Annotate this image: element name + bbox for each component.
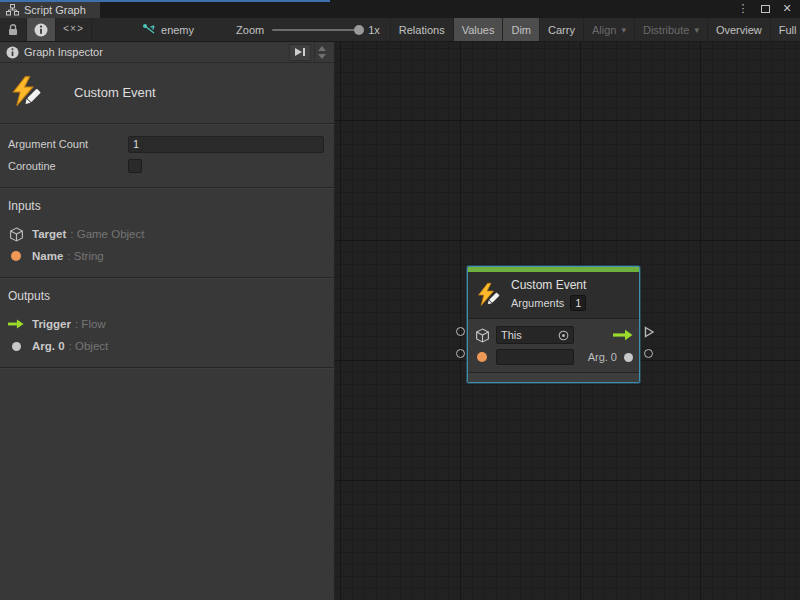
- inspected-node-title: Custom Event: [74, 85, 156, 100]
- properties-section: Argument Count 1 Coroutine: [0, 125, 334, 187]
- object-port-icon: [8, 342, 24, 351]
- lock-button[interactable]: [0, 18, 27, 41]
- argument-count-row: Argument Count 1: [8, 133, 324, 155]
- inputs-section: Inputs Target : Game Object Name : Strin…: [0, 189, 334, 277]
- graph-canvas[interactable]: Custom Event Arguments 1: [335, 42, 800, 600]
- zoom-control: Zoom 1x: [226, 18, 390, 41]
- port-type: : Game Object: [70, 228, 144, 240]
- port-name: Name: [32, 250, 63, 262]
- event-name-input[interactable]: [496, 349, 574, 365]
- external-input-port[interactable]: [456, 327, 465, 336]
- custom-event-node[interactable]: Custom Event Arguments 1: [468, 267, 639, 382]
- argument-count-label: Argument Count: [8, 138, 128, 150]
- tab-title: Script Graph: [24, 4, 86, 16]
- close-icon[interactable]: ✕: [778, 1, 796, 16]
- target-port-row: This: [474, 324, 633, 346]
- output-item-trigger: Trigger : Flow: [8, 313, 324, 335]
- arguments-label: Arguments: [511, 297, 564, 309]
- outputs-section: Outputs Trigger : Flow Arg. 0 : Object: [0, 279, 334, 367]
- inspected-node-header: Custom Event: [0, 63, 334, 123]
- menu-icon[interactable]: ⋮: [734, 1, 752, 16]
- cube-icon: [474, 328, 490, 343]
- overview-button[interactable]: Overview: [708, 18, 771, 41]
- external-flow-port[interactable]: [643, 326, 655, 338]
- outputs-header: Outputs: [8, 289, 324, 303]
- align-button[interactable]: Align ▾: [584, 18, 635, 41]
- coroutine-checkbox[interactable]: [128, 159, 142, 173]
- arg0-port-icon[interactable]: [624, 353, 633, 362]
- align-label: Align: [592, 24, 616, 36]
- graph-toolbar: <×> enemy Zoom 1x Relations Values Dim C…: [0, 18, 800, 42]
- port-type: : Object: [69, 340, 109, 352]
- node-title: Custom Event: [511, 278, 586, 292]
- external-input-port[interactable]: [456, 349, 465, 358]
- graph-hierarchy-icon: [6, 4, 19, 16]
- distribute-label: Distribute: [643, 24, 689, 36]
- inspector-header: Graph Inspector: [0, 42, 334, 63]
- lock-icon: [7, 23, 19, 36]
- chevron-down-icon: ▾: [621, 25, 626, 35]
- dock-panel-button[interactable]: [289, 44, 311, 61]
- breadcrumb[interactable]: enemy: [132, 18, 204, 41]
- zoom-label: Zoom: [236, 24, 264, 36]
- distribute-button[interactable]: Distribute ▾: [635, 18, 708, 41]
- custom-event-icon: [10, 75, 44, 109]
- arg0-label: Arg. 0: [588, 351, 617, 363]
- node-footer: [468, 372, 639, 382]
- dock-right-icon: [294, 47, 306, 57]
- target-object-picker[interactable]: This: [496, 326, 574, 344]
- argument-count-input[interactable]: 1: [128, 136, 324, 153]
- dim-button[interactable]: Dim: [503, 18, 540, 41]
- breadcrumb-label: enemy: [161, 24, 194, 36]
- inputs-header: Inputs: [8, 199, 324, 213]
- port-name: Arg. 0: [32, 340, 65, 352]
- arguments-count-field[interactable]: 1: [570, 295, 586, 311]
- chevron-down-icon: ▾: [694, 25, 699, 35]
- port-name: Target: [32, 228, 66, 240]
- custom-event-icon: [476, 282, 502, 308]
- scroll-up-icon[interactable]: [318, 46, 326, 51]
- panel-scrollbar[interactable]: [314, 42, 328, 62]
- input-item-target: Target : Game Object: [8, 223, 324, 245]
- info-icon: [34, 23, 48, 37]
- node-body: This: [468, 319, 639, 372]
- coroutine-row: Coroutine: [8, 155, 324, 177]
- tab-script-graph[interactable]: Script Graph: [0, 2, 100, 18]
- node-header[interactable]: Custom Event Arguments 1: [468, 272, 639, 318]
- external-output-port[interactable]: [644, 349, 653, 358]
- maximize-icon[interactable]: [756, 1, 774, 16]
- carry-button[interactable]: Carry: [540, 18, 584, 41]
- trigger-flow-icon[interactable]: [613, 329, 633, 341]
- inspector-title: Graph Inspector: [24, 46, 103, 58]
- zoom-value: 1x: [368, 24, 380, 36]
- cube-icon: [8, 227, 24, 242]
- string-port-icon: [8, 251, 24, 261]
- object-picker-icon: [558, 330, 569, 341]
- coroutine-label: Coroutine: [8, 160, 128, 172]
- output-item-arg0: Arg. 0 : Object: [8, 335, 324, 357]
- window-controls: ⋮ ✕: [734, 1, 796, 16]
- name-port-row: Arg. 0: [474, 346, 633, 368]
- full-screen-button[interactable]: Full Screen: [771, 18, 800, 41]
- zoom-slider[interactable]: [272, 29, 360, 31]
- code-preview-button[interactable]: <×>: [56, 18, 92, 41]
- input-item-name: Name : String: [8, 245, 324, 267]
- port-type: : String: [67, 250, 103, 262]
- relations-button[interactable]: Relations: [391, 18, 454, 41]
- window-tab-bar: Script Graph ⋮ ✕: [0, 0, 800, 18]
- graph-inspector-panel: Graph Inspector: [0, 42, 335, 600]
- argument-count-value: 1: [133, 138, 139, 150]
- toolbar-right-group: Relations Values Dim Carry Align ▾ Distr…: [390, 18, 800, 41]
- values-button[interactable]: Values: [454, 18, 504, 41]
- section-divider: [0, 367, 334, 369]
- code-icon: <×>: [63, 24, 84, 35]
- info-icon: [6, 46, 19, 59]
- string-port-icon: [474, 352, 490, 362]
- port-type: : Flow: [75, 318, 106, 330]
- port-name: Trigger: [32, 318, 71, 330]
- zoom-slider-handle[interactable]: [354, 25, 364, 35]
- scroll-down-icon[interactable]: [318, 54, 326, 59]
- target-value: This: [501, 329, 554, 341]
- flow-arrow-icon: [8, 318, 24, 330]
- inspector-toggle-button[interactable]: [27, 18, 56, 41]
